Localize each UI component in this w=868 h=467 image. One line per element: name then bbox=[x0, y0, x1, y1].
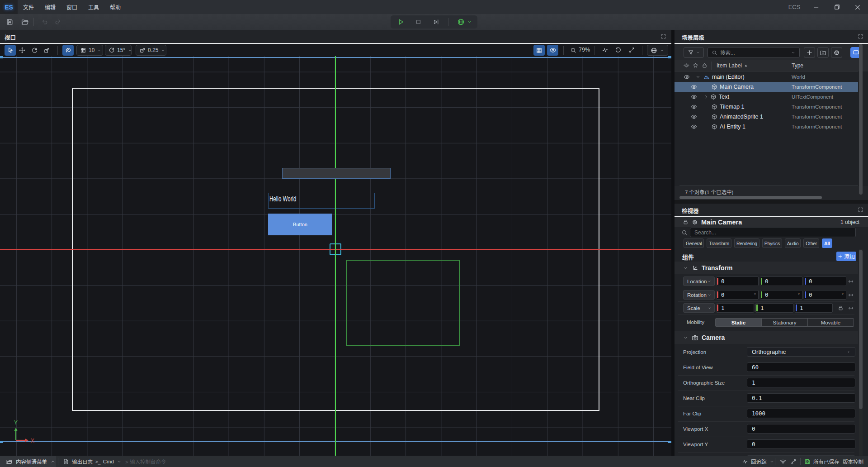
camera-handle-bl[interactable] bbox=[0, 441, 3, 443]
console-command-input[interactable]: > 输入控制台命令 bbox=[125, 456, 166, 467]
new-folder-button[interactable] bbox=[817, 47, 829, 58]
save-button[interactable] bbox=[6, 18, 14, 26]
hierarchy-row-ai-entity[interactable]: AI Entity 1 TransformComponent bbox=[675, 122, 858, 132]
filter-button[interactable] bbox=[684, 47, 704, 58]
source-control-button[interactable] bbox=[790, 456, 797, 467]
hierarchy-row-tilemap[interactable]: Tilemap 1 TransformComponent bbox=[675, 102, 858, 112]
projection-dropdown[interactable]: Orthographic bbox=[747, 347, 855, 357]
viewport-x-input[interactable]: 0 bbox=[747, 424, 855, 434]
link-values-icon[interactable] bbox=[848, 305, 854, 311]
menu-item-help[interactable]: 帮助 bbox=[104, 0, 126, 14]
step-button[interactable] bbox=[432, 18, 440, 26]
lock-column-icon[interactable] bbox=[702, 62, 708, 68]
hierarchy-row-animatedsprite[interactable]: AnimatedSprite 1 TransformComponent bbox=[675, 112, 858, 122]
location-x-field[interactable]: 0 bbox=[716, 276, 759, 286]
hierarchy-row-main-camera[interactable]: Main Camera TransformComponent bbox=[675, 82, 858, 92]
rotation-label-dropdown[interactable]: Rotation bbox=[683, 290, 715, 300]
panel-object[interactable] bbox=[282, 168, 391, 179]
mobility-stationary[interactable]: Stationary bbox=[761, 319, 807, 326]
vertical-splitter[interactable] bbox=[671, 30, 675, 456]
close-button[interactable] bbox=[850, 0, 865, 14]
eye-column-icon[interactable] bbox=[684, 62, 689, 68]
fullscreen-button[interactable] bbox=[628, 47, 635, 53]
eye-icon[interactable] bbox=[691, 84, 697, 90]
mobility-movable[interactable]: Movable bbox=[807, 319, 854, 326]
network-status-button[interactable] bbox=[779, 456, 787, 467]
maximize-button[interactable] bbox=[829, 0, 844, 14]
horizontal-splitter[interactable] bbox=[675, 200, 868, 204]
rotate-tool-button[interactable] bbox=[29, 45, 40, 56]
rotation-x-field[interactable]: 0° bbox=[716, 290, 759, 300]
world-mode-dropdown[interactable] bbox=[647, 45, 668, 56]
tab-rendering[interactable]: Rendering bbox=[734, 238, 760, 248]
location-z-field[interactable]: 0 bbox=[804, 276, 846, 286]
output-log-button[interactable]: 输出日志 bbox=[63, 456, 93, 467]
menu-item-window[interactable]: 窗口 bbox=[61, 0, 83, 14]
move-tool-button[interactable] bbox=[16, 45, 28, 56]
hierarchy-search-input[interactable]: 搜索... bbox=[708, 47, 800, 58]
play-button[interactable] bbox=[397, 18, 405, 26]
tab-audio[interactable]: Audio bbox=[785, 238, 801, 248]
button-object[interactable]: Button bbox=[268, 214, 332, 235]
inspector-search-input[interactable]: Search... bbox=[690, 228, 856, 237]
hierarchy-settings-button[interactable] bbox=[831, 47, 842, 58]
rotation-snap-dropdown[interactable]: 15° bbox=[105, 45, 132, 56]
scale-tool-button[interactable] bbox=[41, 45, 52, 56]
zoom-button[interactable] bbox=[570, 47, 576, 53]
scale-snap-dropdown[interactable]: 0.25 bbox=[136, 45, 166, 56]
unlock-icon[interactable] bbox=[838, 305, 844, 311]
near-clip-input[interactable]: 0.1 bbox=[747, 393, 855, 403]
scale-label-dropdown[interactable]: Scale bbox=[683, 303, 715, 313]
hierarchy-hscrollbar[interactable] bbox=[679, 196, 822, 199]
rotation-y-field[interactable]: 0° bbox=[760, 290, 802, 300]
eye-icon[interactable] bbox=[691, 124, 697, 130]
viewport-expand-button[interactable] bbox=[660, 33, 666, 39]
column-item-label[interactable]: Item Label bbox=[717, 62, 742, 69]
undo-button[interactable] bbox=[41, 18, 48, 26]
snap-toggle-button[interactable] bbox=[62, 45, 74, 56]
platform-button[interactable] bbox=[457, 18, 465, 26]
eye-icon[interactable] bbox=[691, 104, 697, 110]
scale-y-field[interactable]: 1 bbox=[755, 303, 793, 313]
tab-general[interactable]: General bbox=[684, 238, 704, 248]
minimize-button[interactable] bbox=[808, 0, 824, 14]
unlock-icon[interactable] bbox=[683, 219, 689, 225]
menu-item-file[interactable]: 文件 bbox=[18, 0, 39, 14]
text-object[interactable]: Hello World bbox=[268, 193, 375, 209]
scale-x-field[interactable]: 1 bbox=[716, 303, 754, 313]
menu-item-tools[interactable]: 工具 bbox=[83, 0, 104, 14]
tab-all[interactable]: All bbox=[822, 238, 832, 248]
open-button[interactable] bbox=[21, 18, 28, 26]
content-drawer-button[interactable]: 内容侧滑菜单 bbox=[0, 456, 56, 467]
add-entity-button[interactable] bbox=[804, 47, 815, 58]
cmd-dropdown[interactable]: >_ Cmd bbox=[95, 456, 122, 467]
gear-icon[interactable] bbox=[692, 219, 698, 225]
orthographic-size-input[interactable]: 1 bbox=[747, 378, 855, 387]
hierarchy-expand-button[interactable] bbox=[858, 33, 863, 39]
trace-dropdown[interactable]: 回追踪 bbox=[742, 456, 774, 467]
eye-icon[interactable] bbox=[691, 114, 697, 120]
camera-section-header[interactable]: Camera bbox=[675, 331, 858, 344]
stop-button[interactable] bbox=[415, 18, 422, 26]
mobility-static[interactable]: Static bbox=[716, 319, 761, 326]
rotation-z-field[interactable]: 0° bbox=[804, 290, 846, 300]
star-column-icon[interactable] bbox=[693, 62, 698, 68]
viewport-y-input[interactable]: 0 bbox=[747, 439, 855, 449]
redo-button[interactable] bbox=[54, 18, 62, 26]
chevron-down-icon[interactable] bbox=[695, 74, 701, 80]
hierarchy-row-text[interactable]: Text UITextComponent bbox=[675, 92, 858, 102]
version-control-button[interactable]: 版本控制 bbox=[843, 456, 863, 467]
tab-transform[interactable]: Transform bbox=[707, 238, 731, 248]
visibility-toggle-button[interactable] bbox=[547, 45, 558, 56]
location-y-field[interactable]: 0 bbox=[760, 276, 802, 286]
link-values-icon[interactable] bbox=[848, 278, 854, 285]
field-of-view-input[interactable]: 60 bbox=[747, 362, 855, 372]
column-type[interactable]: Type bbox=[792, 62, 803, 69]
add-component-button[interactable]: 添加 bbox=[836, 252, 856, 261]
far-clip-input[interactable]: 1000 bbox=[747, 409, 855, 418]
scene-canvas[interactable]: Hello World Button Y X bbox=[0, 56, 671, 456]
camera-handle-tr[interactable] bbox=[668, 56, 671, 58]
chevron-right-icon[interactable] bbox=[703, 94, 709, 100]
save-status[interactable]: 所有已保存 bbox=[804, 456, 840, 467]
platform-dropdown-arrow[interactable] bbox=[467, 19, 472, 25]
